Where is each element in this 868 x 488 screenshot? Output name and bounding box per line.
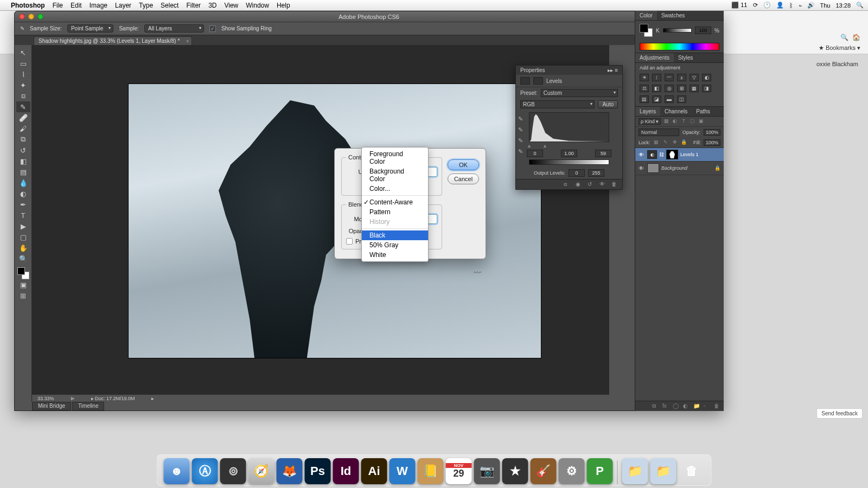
new-layer-icon[interactable]: ▫ (704, 403, 710, 409)
history-brush-tool[interactable]: ↺ (16, 145, 30, 156)
sampling-ring-checkbox[interactable]: ✓ (209, 25, 216, 32)
dock-folder-2[interactable]: 📁 (650, 458, 676, 484)
tab-styles[interactable]: Styles (674, 53, 697, 62)
dock-contacts[interactable]: 📒 (418, 458, 444, 484)
levels-icon[interactable] (520, 77, 530, 85)
dock-appstore[interactable]: Ⓐ (192, 458, 218, 484)
sample-dropdown[interactable]: All Layers (144, 24, 204, 33)
zoom-window[interactable] (37, 14, 43, 20)
tab-color[interactable]: Color (635, 11, 657, 20)
dodge-tool[interactable]: ◐ (16, 188, 30, 199)
opacity-value[interactable]: 100% (704, 129, 720, 136)
lock-all-icon[interactable]: 🔒 (681, 139, 687, 146)
lock-pixels-icon[interactable]: ✎ (662, 139, 669, 146)
filter-adjust-icon[interactable]: ◐ (672, 118, 678, 125)
properties-tab[interactable]: Properties (520, 67, 545, 73)
clock-day[interactable]: Thu (820, 2, 831, 9)
path-selection-tool[interactable]: ▶ (16, 221, 30, 232)
adj-colorlookup-icon[interactable]: ▦ (690, 85, 699, 92)
gradient-tool[interactable]: ▤ (16, 166, 30, 177)
menu-image[interactable]: Image (90, 2, 107, 9)
crop-tool[interactable]: ⧈ (16, 91, 30, 101)
auto-button[interactable]: Auto (598, 100, 618, 108)
menu-file[interactable]: File (53, 2, 63, 9)
color-swatch-pair[interactable] (640, 24, 653, 37)
quick-mask-toggle[interactable]: ▣ (16, 279, 30, 290)
layer-levels-1[interactable]: 👁 ◐ ⛓ Levels 1 (635, 148, 724, 162)
volume-icon[interactable]: 🔊 (807, 2, 815, 9)
new-adjustment-icon[interactable]: ◐ (683, 403, 690, 409)
home-icon[interactable]: 🏠 (852, 34, 860, 41)
eraser-tool[interactable]: ◧ (16, 156, 30, 166)
layer-visibility-icon[interactable]: 👁 (639, 165, 645, 171)
panel-collapse-icon[interactable]: ▸▸ ≡ (608, 67, 618, 73)
tab-adjustments[interactable]: Adjustments (635, 53, 674, 62)
bookmarks-label[interactable]: Bookmarks (826, 44, 856, 51)
wifi-icon[interactable]: ⧜ (799, 2, 802, 9)
preserve-transparency-checkbox[interactable] (346, 238, 353, 245)
layer-visibility-icon[interactable]: 👁 (639, 152, 645, 158)
hand-tool[interactable]: ✋ (16, 242, 30, 253)
menu-type[interactable]: Type (139, 2, 153, 9)
channel-dropdown[interactable]: RGB (520, 100, 595, 108)
zoom-tool[interactable]: 🔍 (16, 253, 30, 264)
clone-stamp-tool[interactable]: ⧉ (16, 134, 30, 145)
clip-to-layer-icon[interactable]: ⧈ (564, 181, 571, 188)
magic-wand-tool[interactable]: ✦ (16, 80, 30, 91)
dock-dashboard[interactable]: ⊚ (220, 458, 246, 484)
dock-imovie[interactable]: ★ (502, 458, 528, 484)
adj-threshold-icon[interactable]: ◪ (652, 95, 661, 103)
delete-adjustment-icon[interactable]: 🗑 (611, 181, 619, 188)
menu-window[interactable]: Window (246, 2, 269, 9)
menu-select[interactable]: Select (161, 2, 178, 9)
foreground-color-swatch[interactable] (17, 267, 25, 275)
layer-thumbnail[interactable] (647, 163, 659, 173)
type-tool[interactable]: T (16, 210, 30, 221)
k-value[interactable] (695, 27, 711, 34)
preset-dropdown[interactable]: Custom (541, 89, 618, 97)
close-tab-icon[interactable]: × (186, 38, 189, 44)
menu-help[interactable]: Help (277, 2, 290, 9)
color-swatches[interactable] (17, 267, 29, 279)
option-50-gray[interactable]: 50% Gray (362, 240, 428, 250)
layer-fx-icon[interactable]: fx (662, 403, 669, 409)
input-shadows[interactable] (527, 150, 543, 157)
layer-background[interactable]: 👁 Background 🔒 (635, 162, 724, 175)
histogram[interactable] (529, 112, 609, 142)
adj-posterize-icon[interactable]: ▤ (640, 95, 649, 103)
menu-3d[interactable]: 3D (208, 2, 216, 9)
healing-brush-tool[interactable]: 🩹 (16, 112, 30, 123)
lasso-tool[interactable]: ⌇ (16, 69, 30, 80)
delete-layer-icon[interactable]: 🗑 (714, 403, 720, 409)
move-tool[interactable]: ↖ (16, 47, 30, 58)
view-previous-icon[interactable]: ◉ (576, 181, 583, 188)
option-background-color[interactable]: Background Color (362, 166, 428, 184)
app-menu[interactable]: Photoshop (11, 2, 45, 9)
input-highlights[interactable] (595, 150, 611, 157)
adobe-indicator[interactable]: ⬛ 11 (731, 2, 747, 9)
filter-smart-icon[interactable]: ▣ (698, 118, 704, 125)
doc-info-arrow[interactable]: ▸ (151, 396, 154, 401)
blend-mode-dropdown[interactable]: Normal (639, 129, 679, 136)
tab-layers[interactable]: Layers (635, 107, 660, 116)
dock-finder[interactable]: ☻ (164, 458, 190, 484)
ok-button[interactable]: OK (448, 159, 479, 170)
adj-colorbalance-icon[interactable]: ⚖ (640, 85, 649, 92)
bluetooth-icon[interactable]: ᛒ (789, 2, 793, 9)
dock-photobooth[interactable]: 📷 (474, 458, 500, 484)
adj-selective-icon[interactable]: ◫ (677, 95, 686, 103)
adj-invert-icon[interactable]: ◨ (702, 85, 711, 92)
dock-illustrator[interactable]: Ai (361, 458, 387, 484)
visibility-icon[interactable]: 👁 (599, 181, 607, 188)
zoom-slider-icon[interactable]: ⊳ (71, 396, 75, 401)
output-gradient[interactable] (529, 159, 609, 165)
lock-position-icon[interactable]: ✥ (672, 139, 678, 146)
dock-firefox[interactable]: 🦊 (277, 458, 303, 484)
menu-edit[interactable]: Edit (71, 2, 82, 9)
layer-filter-kind[interactable]: ρ Kind ▾ (639, 118, 661, 125)
dock-preferences[interactable]: ⚙ (559, 458, 585, 484)
adj-exposure-icon[interactable]: ± (677, 74, 686, 81)
option-content-aware[interactable]: Content-Aware (362, 197, 428, 207)
link-layers-icon[interactable]: ⧉ (652, 403, 659, 409)
dock-folder-1[interactable]: 📁 (622, 458, 648, 484)
